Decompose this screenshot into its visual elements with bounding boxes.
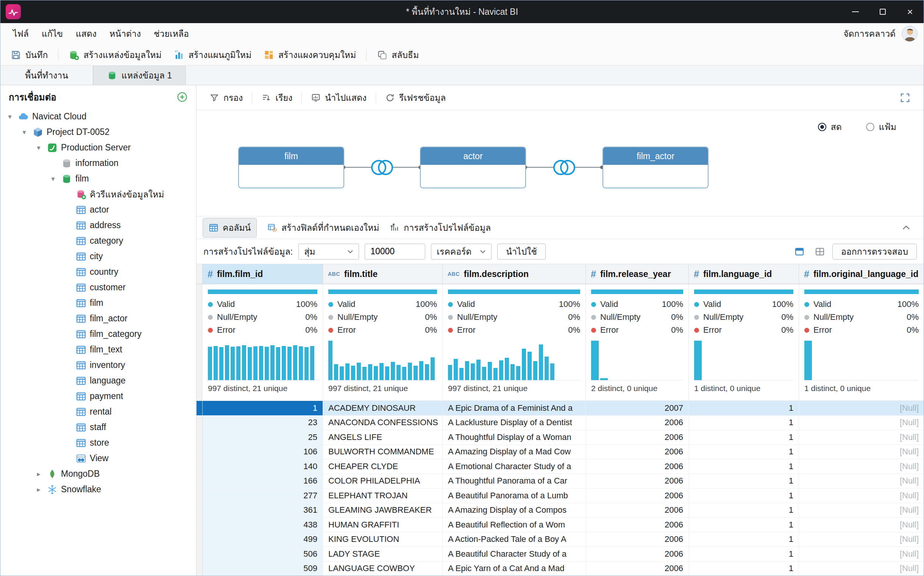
tree-item[interactable]: staff xyxy=(0,419,196,435)
close-button[interactable]: × xyxy=(896,0,924,23)
grid-cell[interactable]: 2006 xyxy=(586,416,689,430)
column-header[interactable]: #film.language_id xyxy=(689,264,799,284)
grid-cell[interactable]: LANGUAGE COWBOY xyxy=(323,562,443,576)
grid-cell[interactable]: [Null] xyxy=(799,503,924,518)
grid-cell[interactable]: 2006 xyxy=(586,503,689,518)
apply-button[interactable]: นำไปใช้ xyxy=(497,244,546,259)
row-gutter[interactable] xyxy=(196,488,203,503)
new-chart-button[interactable]: สร้างแผนภูมิใหม่ xyxy=(169,46,256,64)
audit-button[interactable]: ออกการตรวจสอบ xyxy=(832,244,917,259)
grid-cell[interactable]: A Amazing Display of a Mad Cow xyxy=(443,445,586,460)
column-header[interactable]: #film.release_year xyxy=(586,264,689,284)
grid-cell[interactable]: [Null] xyxy=(799,533,924,547)
grid-cell[interactable]: A Beautiful Panorama of a Lumb xyxy=(443,488,586,503)
grid-cell[interactable]: A Action-Packed Tale of a Boy A xyxy=(443,533,586,547)
data-profiling-button[interactable]: การสร้างโปรไฟล์ข้อมูล xyxy=(390,221,491,235)
grid-cell[interactable]: A Thoughtful Display of a Woman xyxy=(443,430,586,445)
grid-cell[interactable]: 2006 xyxy=(586,547,689,562)
column-stats[interactable]: Valid100%Null/Empty0%Error0%997 distinct… xyxy=(443,284,586,401)
grid-cell[interactable]: 1 xyxy=(689,547,799,562)
refresh-data-button[interactable]: รีเฟรชข้อมูล xyxy=(381,91,450,105)
diagram-canvas[interactable]: สด แฟ้ม film actor film_actor xyxy=(196,110,924,216)
grid-cell[interactable]: [Null] xyxy=(799,416,924,430)
grid-cell[interactable]: A Epic Yarn of a Cat And a Mad xyxy=(443,562,586,576)
menu-item[interactable]: แสดง xyxy=(69,23,103,44)
column-stats[interactable]: Valid100%Null/Empty0%Error0%1 distinct, … xyxy=(799,284,924,401)
sample-size-input[interactable] xyxy=(365,244,425,259)
tree-item[interactable]: payment xyxy=(0,389,196,404)
chevron-down-icon[interactable]: ▾ xyxy=(34,144,43,152)
tree-item[interactable]: category xyxy=(0,233,196,249)
grid-cell[interactable]: 1 xyxy=(689,518,799,533)
grid-cell[interactable]: ANACONDA CONFESSIONS xyxy=(323,416,443,430)
tree-item[interactable]: คิวรีแหล่งข้อมูลใหม่ xyxy=(0,186,196,202)
grid-cell[interactable]: 509 xyxy=(203,562,323,576)
tree-item[interactable]: ▾Production Server xyxy=(0,140,196,155)
row-gutter[interactable] xyxy=(196,503,203,518)
row-gutter[interactable] xyxy=(196,547,203,562)
grid-cell[interactable]: 140 xyxy=(203,459,323,474)
user-avatar[interactable] xyxy=(902,26,918,42)
grid-cell[interactable]: 499 xyxy=(203,533,323,547)
grid-cell[interactable]: ACADEMY DINOSAUR xyxy=(323,401,443,416)
join-icon[interactable] xyxy=(366,157,398,178)
tree-item[interactable]: information xyxy=(0,155,196,171)
grid-cell[interactable]: 1 xyxy=(689,533,799,547)
minimize-button[interactable] xyxy=(842,0,869,23)
grid-cell[interactable]: 2006 xyxy=(586,562,689,576)
grid-cell[interactable]: 106 xyxy=(203,445,323,460)
tree-item[interactable]: language xyxy=(0,373,196,389)
chevron-right-icon[interactable]: ▸ xyxy=(34,485,43,494)
row-gutter[interactable] xyxy=(196,445,203,460)
tree-item[interactable]: film xyxy=(0,295,196,311)
visualize-button[interactable]: นำไปแสดง xyxy=(306,91,371,105)
grid-cell[interactable]: KING EVOLUTION xyxy=(323,533,443,547)
grid-cell[interactable]: [Null] xyxy=(799,459,924,474)
grid-cell[interactable]: 2006 xyxy=(586,488,689,503)
column-header[interactable]: ABCfilm.description xyxy=(443,264,586,284)
entity-actor[interactable]: actor xyxy=(420,147,526,188)
entity-film[interactable]: film xyxy=(238,147,344,188)
tree-item[interactable]: address xyxy=(0,218,196,233)
grid-cell[interactable]: BULWORTH COMMANDME xyxy=(323,445,443,460)
tree-item[interactable]: customer xyxy=(0,280,196,295)
tree-item[interactable]: ▾Project DT-0052 xyxy=(0,124,196,140)
grid-cell[interactable]: 1 xyxy=(689,430,799,445)
grid-cell[interactable]: 1 xyxy=(689,562,799,576)
grid-cell[interactable]: 1 xyxy=(203,401,323,416)
tree-item[interactable]: ▸Snowflake xyxy=(0,482,196,497)
sort-button[interactable]: เรียง xyxy=(257,91,297,105)
grid-cell[interactable]: A Beautiful Reflection of a Wom xyxy=(443,518,586,533)
grid-cell[interactable]: 2006 xyxy=(586,430,689,445)
column-stats[interactable]: Valid100%Null/Empty0%Error0%2 distinct, … xyxy=(586,284,689,401)
grid-cell[interactable]: LADY STAGE xyxy=(323,547,443,562)
new-dashboard-button[interactable]: สร้างแผงควบคุมใหม่ xyxy=(259,46,361,64)
chevron-down-icon[interactable]: ▾ xyxy=(48,175,58,183)
radio-live[interactable]: สด xyxy=(818,120,842,134)
grid-cell[interactable]: [Null] xyxy=(799,547,924,562)
grid-cell[interactable]: 1 xyxy=(689,503,799,518)
tree-item[interactable]: film_text xyxy=(0,342,196,357)
column-stats[interactable]: Valid100%Null/Empty0%Error0%1 distinct, … xyxy=(689,284,799,401)
grid-cell[interactable]: HUMAN GRAFFITI xyxy=(323,518,443,533)
grid-cell[interactable]: 23 xyxy=(203,416,323,430)
grid-cell[interactable]: 2006 xyxy=(586,445,689,460)
row-gutter[interactable] xyxy=(196,533,203,547)
row-gutter[interactable] xyxy=(196,401,203,416)
grid-cell[interactable]: 2007 xyxy=(586,401,689,416)
tree-item[interactable]: city xyxy=(0,249,196,264)
grid-cell[interactable]: 166 xyxy=(203,474,323,489)
grid-cell[interactable]: 25 xyxy=(203,430,323,445)
tree-item[interactable]: ▾Navicat Cloud xyxy=(0,109,196,124)
column-header[interactable]: #film.film_id xyxy=(203,264,323,284)
grid-cell[interactable]: 2006 xyxy=(586,459,689,474)
menu-item[interactable]: ไฟล์ xyxy=(6,23,35,44)
grid-cell[interactable]: [Null] xyxy=(799,401,924,416)
columns-button[interactable]: คอลัมน์ xyxy=(203,218,257,238)
grid-cell[interactable]: CHEAPER CLYDE xyxy=(323,459,443,474)
grid-cell[interactable]: 438 xyxy=(203,518,323,533)
radio-file[interactable]: แฟ้ม xyxy=(866,120,896,134)
grid-cell[interactable]: 2006 xyxy=(586,518,689,533)
grid-cell[interactable]: [Null] xyxy=(799,518,924,533)
column-header[interactable]: #film.original_language_id xyxy=(799,264,924,284)
